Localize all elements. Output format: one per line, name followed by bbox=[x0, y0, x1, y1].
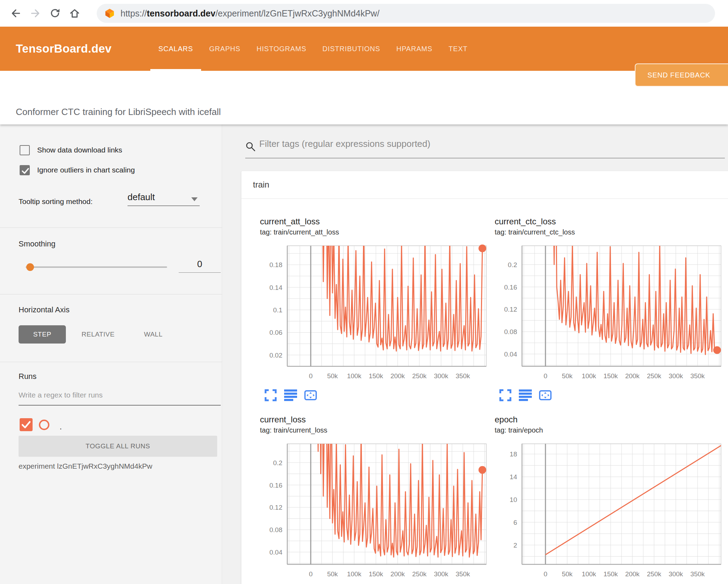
tooltip-sorting-dropdown[interactable]: default bbox=[128, 192, 200, 206]
horizontal-bars-icon[interactable] bbox=[284, 389, 297, 402]
charts-grid: current_att_loss tag: train/current_att_… bbox=[241, 199, 728, 584]
back-icon[interactable] bbox=[10, 7, 22, 19]
svg-text:0.02: 0.02 bbox=[269, 352, 282, 359]
smoothing-value[interactable]: 0 bbox=[179, 259, 221, 273]
axis-step-button[interactable]: STEP bbox=[19, 325, 66, 344]
chart-tile-epoch: epoch tag: train/epoch 18141062050k100k1… bbox=[495, 414, 722, 584]
divider bbox=[0, 362, 222, 362]
train-section-card: train current_att_loss tag: train/curren… bbox=[241, 171, 728, 584]
svg-text:350k: 350k bbox=[690, 570, 705, 578]
horizontal-bars-icon[interactable] bbox=[519, 389, 532, 402]
svg-text:0.08: 0.08 bbox=[504, 328, 517, 335]
chart-actions bbox=[499, 389, 722, 402]
epoch-chart[interactable]: 18141062050k100k150k200k250k300k350k bbox=[495, 442, 722, 580]
run-name: . bbox=[60, 422, 62, 432]
smoothing-slider-thumb[interactable] bbox=[26, 263, 34, 271]
chart-title: epoch bbox=[495, 414, 722, 425]
svg-text:0.04: 0.04 bbox=[504, 351, 517, 358]
tooltip-sorting-value: default bbox=[128, 192, 155, 202]
svg-text:350k: 350k bbox=[455, 372, 470, 380]
tab-distributions[interactable]: DISTRIBUTIONS bbox=[314, 27, 388, 71]
chart-tile-current-att-loss: current_att_loss tag: train/current_att_… bbox=[260, 216, 487, 402]
filter-tags-underline bbox=[245, 158, 725, 158]
search-icon bbox=[245, 141, 256, 152]
smoothing-label: Smoothing bbox=[19, 239, 55, 249]
home-icon[interactable] bbox=[69, 7, 81, 19]
address-bar[interactable]: https://tensorboard.dev/experiment/lzGnE… bbox=[97, 4, 715, 23]
ignore-outliers-label: Ignore outliers in chart scaling bbox=[37, 166, 135, 174]
svg-text:300k: 300k bbox=[668, 570, 683, 578]
svg-text:0.04: 0.04 bbox=[269, 549, 282, 556]
svg-text:150k: 150k bbox=[369, 372, 383, 380]
axis-wall-button[interactable]: WALL bbox=[135, 325, 172, 344]
svg-text:250k: 250k bbox=[412, 372, 427, 380]
svg-text:100k: 100k bbox=[347, 570, 362, 578]
chart-tag: tag: train/current_att_loss bbox=[260, 228, 487, 237]
svg-text:250k: 250k bbox=[647, 372, 661, 380]
current-att-loss-chart[interactable]: 0.180.140.10.060.02050k100k150k200k250k3… bbox=[260, 244, 487, 382]
svg-text:200k: 200k bbox=[625, 372, 640, 380]
chart-title: current_ctc_loss bbox=[495, 216, 722, 227]
fullscreen-icon[interactable] bbox=[264, 389, 277, 402]
toggle-all-runs-button[interactable]: TOGGLE ALL RUNS bbox=[19, 436, 217, 457]
ignore-outliers-checkbox[interactable] bbox=[20, 165, 30, 175]
forward-icon[interactable] bbox=[29, 7, 41, 19]
filter-tags-input[interactable] bbox=[259, 138, 715, 149]
nav-tabs: SCALARS GRAPHS HISTOGRAMS DISTRIBUTIONS … bbox=[150, 27, 476, 71]
runs-filter-input[interactable] bbox=[19, 391, 221, 406]
tab-text[interactable]: TEXT bbox=[440, 27, 475, 71]
fullscreen-icon[interactable] bbox=[499, 389, 512, 402]
experiment-subtitle-bar: Conformer CTC training for LibriSpeech w… bbox=[0, 71, 728, 124]
experiment-title: Conformer CTC training for LibriSpeech w… bbox=[16, 107, 221, 117]
experiment-id-label: experiment lzGnETjwRxC3yghNMd4kPw bbox=[19, 462, 152, 470]
tab-scalars[interactable]: SCALARS bbox=[150, 27, 201, 71]
svg-text:0: 0 bbox=[309, 372, 313, 380]
run-checkbox[interactable] bbox=[20, 418, 33, 431]
svg-text:0.2: 0.2 bbox=[273, 459, 282, 467]
svg-text:100k: 100k bbox=[582, 372, 596, 380]
tensorboard-favicon bbox=[104, 8, 115, 19]
check-icon bbox=[20, 166, 30, 176]
svg-text:0: 0 bbox=[544, 372, 548, 380]
svg-text:200k: 200k bbox=[390, 570, 405, 578]
divider bbox=[0, 294, 222, 294]
svg-text:300k: 300k bbox=[434, 372, 448, 380]
svg-text:50k: 50k bbox=[562, 372, 573, 380]
current-ctc-loss-chart[interactable]: 0.20.160.120.080.04050k100k150k200k250k3… bbox=[495, 244, 722, 382]
tab-hparams[interactable]: HPARAMS bbox=[388, 27, 440, 71]
svg-text:0.14: 0.14 bbox=[269, 284, 282, 291]
tooltip-sorting-label: Tooltip sorting method: bbox=[19, 197, 92, 206]
url-text: https://tensorboard.dev/experiment/lzGnE… bbox=[121, 8, 379, 19]
svg-text:50k: 50k bbox=[327, 372, 338, 380]
chart-tag: tag: train/current_ctc_loss bbox=[495, 228, 722, 237]
chart-title: current_att_loss bbox=[260, 216, 487, 227]
svg-text:0.08: 0.08 bbox=[269, 526, 282, 534]
axis-relative-button[interactable]: RELATIVE bbox=[72, 325, 124, 344]
settings-sidebar: Show data download links Ignore outliers… bbox=[0, 124, 222, 584]
pan-zoom-icon[interactable] bbox=[304, 389, 317, 402]
svg-text:0: 0 bbox=[309, 570, 313, 578]
train-section-header[interactable]: train bbox=[241, 171, 728, 199]
show-data-download-links-checkbox[interactable] bbox=[20, 145, 30, 155]
chart-tag: tag: train/epoch bbox=[495, 426, 722, 435]
current-loss-chart[interactable]: 0.20.160.120.080.04050k100k150k200k250k3… bbox=[260, 442, 487, 580]
svg-text:10: 10 bbox=[510, 496, 517, 503]
send-feedback-button[interactable]: SEND FEEDBACK bbox=[635, 63, 728, 87]
svg-text:200k: 200k bbox=[625, 570, 640, 578]
tab-graphs[interactable]: GRAPHS bbox=[201, 27, 248, 71]
pan-zoom-icon[interactable] bbox=[539, 389, 552, 402]
smoothing-slider-track[interactable] bbox=[26, 266, 167, 268]
reload-icon[interactable] bbox=[49, 7, 61, 19]
svg-text:0.18: 0.18 bbox=[269, 261, 282, 269]
svg-text:350k: 350k bbox=[455, 570, 470, 578]
svg-text:14: 14 bbox=[510, 473, 517, 481]
chart-actions bbox=[264, 389, 487, 402]
svg-text:150k: 150k bbox=[603, 570, 618, 578]
tab-histograms[interactable]: HISTOGRAMS bbox=[248, 27, 314, 71]
svg-text:100k: 100k bbox=[347, 372, 362, 380]
show-data-download-links-label: Show data download links bbox=[37, 146, 122, 154]
svg-text:0.16: 0.16 bbox=[269, 482, 282, 489]
svg-text:18: 18 bbox=[510, 450, 517, 458]
svg-text:100k: 100k bbox=[582, 570, 596, 578]
svg-text:200k: 200k bbox=[390, 372, 405, 380]
